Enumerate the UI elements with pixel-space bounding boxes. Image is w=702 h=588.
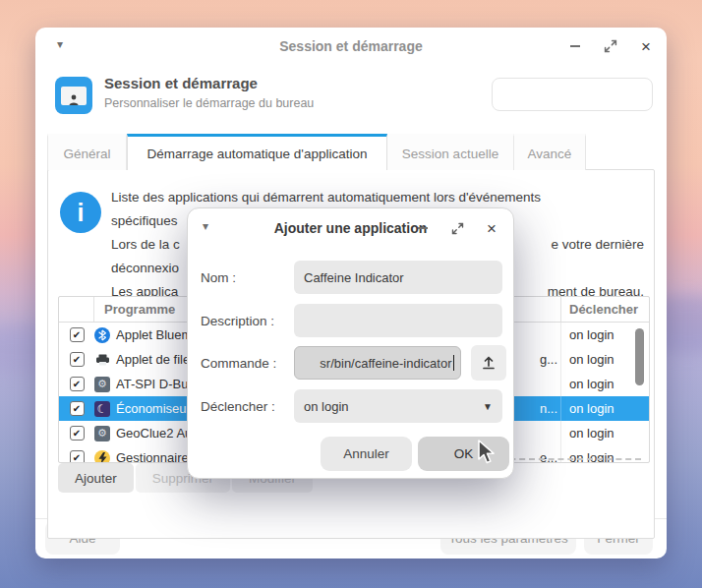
dialog-menu-icon[interactable]: ▾: [203, 219, 208, 233]
command-input[interactable]: sr/bin/caffeine-indicator: [294, 346, 461, 380]
checkbox-checked[interactable]: ✔: [70, 426, 85, 441]
tab-autostart[interactable]: Démarrage automatique d'application: [127, 134, 387, 170]
checkbox-checked[interactable]: ✔: [70, 377, 85, 391]
add-application-dialog: ▾ Ajouter une application × Nom : Caffei…: [187, 207, 514, 479]
page-subtitle: Personnaliser le démarrage du bureau: [104, 96, 314, 110]
bluetooth-icon: [94, 327, 110, 343]
trigger-selected-value: on login: [304, 399, 349, 414]
gear-icon: ⚙: [94, 377, 110, 392]
close-icon: ×: [487, 220, 497, 237]
name-input[interactable]: Caffeine Indicator: [294, 261, 502, 294]
maximize-button[interactable]: [602, 37, 619, 55]
maximize-icon: [451, 222, 464, 235]
trigger-value: on login: [560, 421, 649, 445]
info-icon: i: [60, 192, 101, 233]
checkbox-checked[interactable]: ✔: [70, 352, 85, 367]
description-label: Description :: [201, 304, 274, 337]
description-input[interactable]: [294, 304, 502, 337]
name-value: Caffeine Indicator: [304, 270, 404, 285]
dialog-titlebar: ▾ Ajouter une application ×: [188, 208, 513, 248]
program-name: Applet de file: [116, 352, 190, 367]
info-line: Liste des applications qui démarrent aut…: [111, 186, 541, 209]
program-name: Économiseur: [116, 401, 191, 416]
close-icon: ×: [641, 38, 651, 55]
trigger-value: on login: [560, 396, 649, 421]
trigger-value: on login: [560, 445, 649, 463]
cancel-button[interactable]: Annuler: [321, 437, 412, 471]
checkbox-column-header: [59, 297, 94, 322]
upload-icon: [481, 355, 497, 371]
trigger-label: Déclencher :: [201, 389, 275, 423]
window-titlebar: ▾ Session et démarrage ×: [35, 28, 667, 65]
tab-advanced[interactable]: Avancé: [514, 134, 586, 170]
add-button[interactable]: Ajouter: [58, 463, 134, 493]
session-app-icon: [55, 77, 92, 114]
command-value: sr/bin/caffeine-indicator: [320, 356, 451, 371]
program-name: Gestionnaire: [116, 450, 189, 463]
info-line: e votre dernière: [551, 233, 644, 257]
browse-command-button[interactable]: [471, 345, 506, 381]
command-label: Commande :: [201, 346, 276, 380]
search-box[interactable]: [492, 78, 653, 111]
dialog-minimize-button[interactable]: [414, 219, 432, 237]
printer-icon: [94, 352, 110, 368]
window-menu-icon[interactable]: ▾: [51, 37, 69, 51]
trigger-column-header[interactable]: Déclencher: [560, 297, 649, 322]
info-line: spécifiques: [111, 209, 178, 233]
info-line: Lors de la c: [111, 233, 180, 257]
program-name: Applet Bluem: [116, 327, 192, 342]
mouse-cursor: [476, 439, 497, 466]
dialog-maximize-button[interactable]: [448, 219, 466, 237]
minimize-button[interactable]: [566, 37, 584, 55]
name-label: Nom :: [201, 261, 236, 294]
tab-bar: Général Démarrage automatique d'applicat…: [47, 134, 586, 170]
tab-current-session[interactable]: Session actuelle: [387, 134, 514, 170]
maximize-icon: [604, 39, 617, 53]
search-input[interactable]: [493, 88, 683, 102]
checkbox-checked[interactable]: ✔: [70, 401, 85, 416]
tab-general[interactable]: Général: [47, 134, 127, 170]
command-fragment: g...: [531, 352, 560, 367]
command-fragment: n...: [531, 401, 560, 416]
program-name: GeoClue2 Au: [116, 426, 192, 441]
checkbox-checked[interactable]: ✔: [70, 327, 85, 342]
info-line: déconnexio: [111, 257, 179, 280]
checkbox-checked[interactable]: ✔: [70, 450, 85, 463]
command-fragment: e...: [531, 450, 560, 463]
page-title: Session et démarrage: [104, 75, 258, 91]
program-name: AT-SPI D-Bus: [116, 377, 195, 391]
gear-icon: ⚙: [94, 426, 110, 441]
dialog-header: Session et démarrage Personnaliser le dé…: [35, 65, 667, 128]
dialog-close-button[interactable]: ×: [483, 219, 500, 237]
chevron-down-icon: ▼: [483, 401, 493, 412]
table-scrollbar[interactable]: [635, 328, 644, 385]
minimize-icon: [570, 45, 580, 47]
bolt-icon: [94, 450, 110, 464]
close-button[interactable]: ×: [637, 37, 655, 55]
text-caret: [453, 355, 455, 371]
trigger-select[interactable]: on login ▼: [294, 389, 502, 423]
minimize-icon: [418, 227, 428, 229]
user-badge-icon: [61, 87, 87, 105]
moon-icon: ☾: [94, 401, 110, 417]
